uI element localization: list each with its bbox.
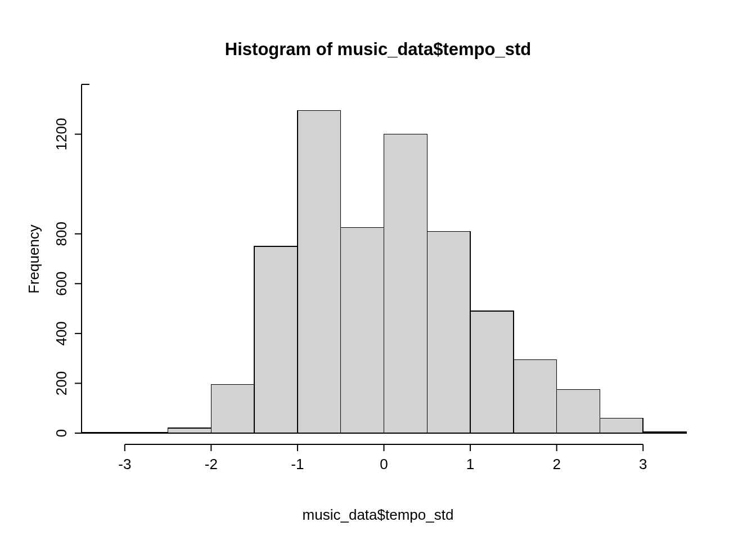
histogram-bar [254, 246, 298, 433]
x-axis-tick-label: 1 [466, 456, 474, 472]
x-axis-tick-label: -2 [205, 456, 218, 472]
y-axis-tick-label: 200 [53, 371, 70, 395]
y-axis-tick-label: 600 [53, 272, 70, 296]
histogram-bar [427, 231, 470, 433]
x-axis-tick-label: -1 [291, 456, 304, 472]
x-axis-tick-label: -3 [118, 456, 131, 472]
histogram-bar [514, 359, 557, 433]
y-axis-tick-label: 400 [53, 321, 70, 345]
histogram-bar [298, 111, 341, 434]
histogram-bar [470, 311, 514, 433]
histogram-bar [384, 134, 428, 433]
histogram-bar [168, 428, 212, 433]
histogram-bar [211, 385, 254, 433]
histogram-plot: -3-2-1012302004006008001200 [0, 0, 756, 540]
x-axis-tick-label: 3 [639, 456, 647, 472]
y-axis-tick-label: 0 [53, 429, 70, 437]
histogram-bar [125, 433, 168, 433]
x-axis-tick-label: 0 [380, 456, 388, 472]
y-axis-tick-label: 800 [53, 222, 70, 246]
histogram-bar [557, 390, 600, 434]
y-axis-tick-label: 1200 [53, 118, 70, 151]
histogram-bar [341, 228, 384, 433]
histogram-bar [643, 432, 686, 433]
histogram-bar [600, 418, 643, 433]
chart-stage: Histogram of music_data$tempo_std music_… [0, 0, 756, 540]
x-axis-tick-label: 2 [552, 456, 560, 472]
histogram-bar [82, 433, 125, 433]
